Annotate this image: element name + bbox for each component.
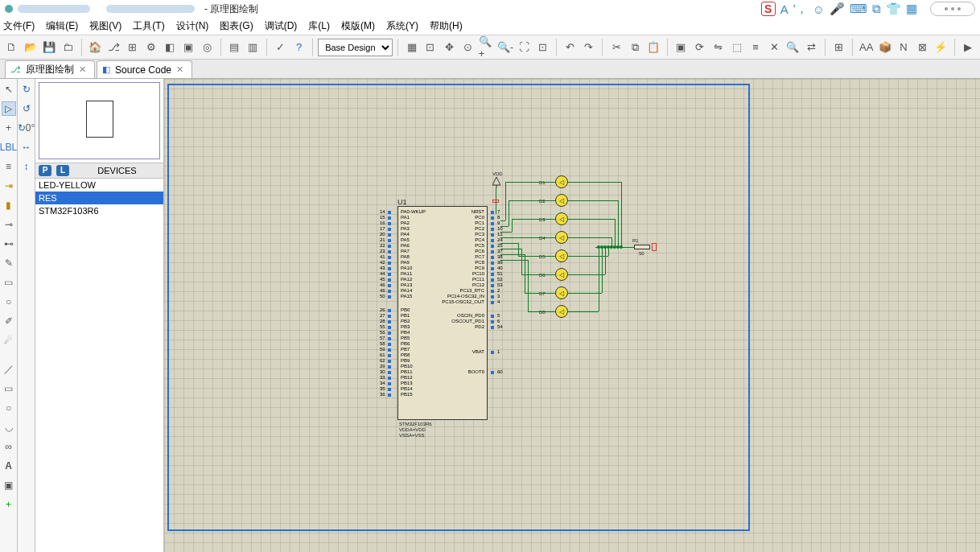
- ime-shirt-icon[interactable]: 👕: [886, 2, 901, 16]
- junction-tool-icon[interactable]: +: [2, 121, 16, 135]
- list-item[interactable]: LED-YELLOW: [35, 179, 163, 192]
- erc-icon[interactable]: ✓: [272, 39, 289, 56]
- block-icon[interactable]: ▣: [673, 39, 690, 56]
- pick-icon[interactable]: ⬚: [728, 39, 745, 56]
- menu-help[interactable]: 帮助(H): [430, 19, 463, 33]
- menu-tools[interactable]: 工具(T): [133, 19, 164, 33]
- redo-icon[interactable]: ↷: [580, 39, 597, 56]
- menu-graph[interactable]: 图表(G): [220, 19, 253, 33]
- subcircuit-tool-icon[interactable]: ▮: [2, 198, 16, 212]
- ime-punct-icon[interactable]: '，: [793, 2, 808, 17]
- led-body[interactable]: ◁: [555, 268, 568, 281]
- p-button-icon[interactable]: P: [39, 165, 51, 176]
- zoom-area-icon[interactable]: ⛶: [516, 39, 533, 56]
- zoom-fit-icon[interactable]: ⊙: [459, 39, 476, 56]
- cut-icon[interactable]: ✂: [607, 39, 624, 56]
- led-body[interactable]: ◁: [555, 286, 568, 299]
- ime-skin-icon[interactable]: ⧉: [872, 2, 881, 16]
- 3d-icon[interactable]: ▣: [179, 39, 196, 56]
- object-icon[interactable]: ◧: [161, 39, 178, 56]
- text-a-tool-icon[interactable]: A: [2, 459, 16, 473]
- devices-list[interactable]: LED-YELLOW RES STM32F103R6: [35, 179, 163, 552]
- marker-tool-icon[interactable]: +: [2, 497, 16, 512]
- rotate-ccw-icon[interactable]: ↺: [19, 101, 34, 116]
- led-body[interactable]: ◁: [555, 305, 568, 318]
- ime-emoji-icon[interactable]: ☺: [813, 2, 825, 16]
- menu-template[interactable]: 模版(M): [341, 19, 375, 33]
- led-body[interactable]: ◁: [555, 194, 568, 207]
- flip-v-icon[interactable]: ↕: [19, 159, 34, 174]
- rotate-icon[interactable]: ⟳: [691, 39, 708, 56]
- schematic-canvas[interactable]: VDD U1 STM32F103R6 VDDA=VDD VSSA=VSS 14P…: [164, 79, 980, 552]
- pcb-icon[interactable]: ⊞: [124, 39, 141, 56]
- flip-h-icon[interactable]: ↔: [19, 140, 34, 154]
- tab-schematic[interactable]: ⎇ 原理图绘制 ✕: [5, 60, 95, 78]
- mirror-icon[interactable]: ⇋: [710, 39, 727, 56]
- help-icon[interactable]: ?: [290, 39, 307, 56]
- new-icon[interactable]: 🗋: [3, 39, 20, 56]
- led-body[interactable]: ◁: [555, 175, 568, 188]
- compile-icon[interactable]: ⚡: [933, 39, 949, 56]
- arc-tool-icon[interactable]: ◡: [2, 420, 16, 435]
- gerber-icon[interactable]: ◎: [199, 39, 216, 56]
- symbol-tool-icon[interactable]: ▣: [2, 478, 16, 492]
- text-tool-icon[interactable]: ≡: [2, 159, 16, 174]
- paste-icon[interactable]: 📋: [645, 39, 662, 56]
- tab-close-icon[interactable]: ✕: [176, 64, 183, 75]
- selection-tool-icon[interactable]: ↖: [2, 82, 16, 97]
- pin-tool-icon[interactable]: ⊷: [2, 237, 16, 251]
- ime-pill[interactable]: [930, 2, 975, 16]
- menu-view[interactable]: 视图(V): [89, 19, 121, 33]
- zoom-out-icon[interactable]: 🔍-: [496, 39, 514, 56]
- zoom-in-icon[interactable]: 🔍+: [478, 39, 495, 56]
- terminal-tool-icon[interactable]: ⊸: [2, 217, 16, 232]
- pan-icon[interactable]: ✥: [440, 39, 457, 56]
- annotate-icon[interactable]: AA: [858, 39, 875, 56]
- angle-display[interactable]: ↻0°: [18, 121, 35, 135]
- ime-grid-icon[interactable]: ▦: [906, 2, 917, 16]
- bus-tool-icon[interactable]: ⇥: [2, 179, 16, 193]
- path-tool-icon[interactable]: ∞: [2, 439, 16, 454]
- label-tool-icon[interactable]: LBL: [2, 140, 16, 154]
- menu-file[interactable]: 文件(F): [3, 19, 35, 33]
- undo-icon[interactable]: ↶: [562, 39, 579, 56]
- circle-tool-icon[interactable]: ○: [2, 401, 16, 415]
- instrument-tool-icon[interactable]: ☄: [2, 333, 16, 348]
- parts-icon[interactable]: ▤: [226, 39, 243, 56]
- tab-source[interactable]: ◧ Source Code ✕: [97, 60, 192, 78]
- delete-icon[interactable]: ✕: [766, 39, 783, 56]
- graph-tool-icon[interactable]: ✎: [2, 256, 16, 270]
- list-item[interactable]: RES: [35, 192, 163, 204]
- grid-snap-icon[interactable]: ⊡: [422, 39, 439, 56]
- probe-tool-icon[interactable]: ✐: [2, 314, 16, 328]
- ime-keyboard-icon[interactable]: ⌨: [850, 2, 867, 16]
- rotate-cw-icon[interactable]: ↻: [19, 82, 34, 97]
- close-icon[interactable]: 🗀: [59, 39, 76, 56]
- save-icon[interactable]: 💾: [40, 39, 57, 56]
- align-icon[interactable]: ≡: [747, 39, 764, 56]
- grid-toggle-icon[interactable]: ▦: [403, 39, 420, 56]
- schematic-icon[interactable]: ⎇: [105, 39, 122, 56]
- ime-mic-icon[interactable]: 🎤: [830, 2, 845, 16]
- zoom-all-icon[interactable]: ⊡: [534, 39, 551, 56]
- led-body[interactable]: ◁: [555, 249, 568, 262]
- l-button-icon[interactable]: L: [56, 165, 69, 176]
- menu-system[interactable]: 系统(Y): [386, 19, 418, 33]
- menu-design[interactable]: 设计(N): [176, 19, 209, 33]
- project-icon[interactable]: 🏠: [87, 39, 104, 56]
- search-icon[interactable]: 🔍: [784, 39, 801, 56]
- gear-icon[interactable]: ⚙: [142, 39, 159, 56]
- rect-tool-icon[interactable]: ▭: [2, 381, 16, 396]
- led-body[interactable]: ◁: [555, 231, 568, 244]
- menu-debug[interactable]: 调试(D): [265, 19, 298, 33]
- package-icon[interactable]: 📦: [876, 39, 893, 56]
- generator-tool-icon[interactable]: ○: [2, 295, 16, 309]
- line-tool-icon[interactable]: ／: [2, 362, 16, 377]
- list-item[interactable]: STM32F103R6: [35, 204, 163, 217]
- bom-icon[interactable]: ▥: [245, 39, 261, 56]
- sogou-icon[interactable]: S: [761, 2, 776, 16]
- menu-library[interactable]: 库(L): [308, 19, 330, 33]
- ime-mode[interactable]: A: [780, 2, 789, 16]
- design-combo[interactable]: Base Design: [318, 39, 393, 56]
- menu-edit[interactable]: 编辑(E): [46, 19, 78, 33]
